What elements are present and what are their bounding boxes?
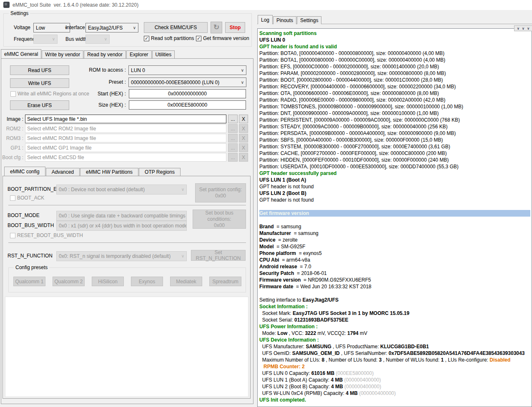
boot-ack-checkbox[interactable]: ✓ BOOT_ACK <box>10 195 44 201</box>
log-line: Partition: BOOT, [000002800000 - 0000044… <box>259 77 532 83</box>
browse-button[interactable]: ... <box>228 124 238 133</box>
preset-button-qualcomm-1[interactable]: Qualcomm 1 <box>13 277 45 286</box>
interface-value: EasyJtag2/UFS <box>88 25 123 31</box>
tab-explorer[interactable]: Explorer <box>126 50 152 58</box>
log-line: Brand = samsung <box>259 223 532 230</box>
file-path-input[interactable] <box>25 124 226 133</box>
tab-otp-regions[interactable]: OTP Regions <box>139 168 181 176</box>
size-hex-input[interactable] <box>129 100 246 110</box>
panel-collapse-handle[interactable]: ∨ ∨ ∨ <box>514 25 532 31</box>
log-line: Security Patch = 2018-06-01 <box>259 270 532 277</box>
browse-button[interactable]: ... <box>228 115 238 123</box>
log-tab-strip: LogPinoutsSettings <box>258 15 322 24</box>
tab-settings[interactable]: Settings <box>297 16 321 24</box>
file-path-input[interactable] <box>25 153 226 162</box>
rom-to-access-label: ROM to access : <box>71 67 126 73</box>
set-partition-config-button[interactable]: Set partition config: 0x00 <box>195 183 246 202</box>
log-line: Manufacturer = samsung <box>259 230 532 237</box>
browse-button[interactable]: ... <box>228 153 238 162</box>
tab-emmc-hw-partitions[interactable]: eMMC HW Partitions <box>80 168 138 176</box>
tab-advanced[interactable]: Advanced <box>46 168 80 176</box>
tab-pinouts[interactable]: Pinouts <box>273 16 296 24</box>
clear-button[interactable]: X <box>239 124 248 133</box>
rst-n-function-label: RST_N_FUNCTION <box>8 253 53 259</box>
log-line: Partition: PARAM, [000002000000 - 000002… <box>259 70 532 77</box>
log-line: UFS LUN 1 (Boot A) Capacity: 4 MB (00000… <box>259 377 532 383</box>
erase-ufs-button[interactable]: Erase UFS <box>10 100 69 110</box>
set-boot-bus-button[interactable]: Set boot bus conditions: 0x00 <box>193 210 246 229</box>
log-output[interactable]: Scanning soft partitionsUFS LUN 0GPT hea… <box>257 28 532 407</box>
file-path-input[interactable] <box>25 134 226 142</box>
preset-button-mediatek[interactable]: Mediatek <box>170 277 202 286</box>
boot-partition-en-select[interactable]: 0x0 : Device not boot enabled (default) … <box>56 185 187 195</box>
stop-button[interactable]: Stop <box>225 22 245 33</box>
log-line: Socket Serial: 01231693BADF5375EE <box>259 317 532 323</box>
log-line: UFS Manufacturer: SAMSUNG , UFS ProductN… <box>259 343 532 350</box>
check-emmc-button-label: Check EMMC/UFS <box>155 25 197 30</box>
checkbox-empty: ✓ <box>10 91 16 97</box>
log-line: Partition: CACHE, [0000F2700000 - 0000FE… <box>259 150 532 157</box>
rom-to-access-select[interactable]: LUN 0 ∨ <box>128 65 246 75</box>
clear-button[interactable]: X <box>239 143 248 152</box>
boot-mode-select[interactable]: 0x0 : Use single data rate + backward co… <box>56 211 187 221</box>
chevron-down-icon: ∨ <box>181 254 184 258</box>
file-path-input[interactable] <box>25 143 226 152</box>
tab-log[interactable]: Log <box>258 15 273 24</box>
write-ufs-button-label: Write UFS <box>28 80 51 86</box>
log-line: Socket Mark: EasyJTAG UFS Socket 3 in 1 … <box>259 310 532 317</box>
log-line: Partition: DNT, [000009900000 - 000009A0… <box>259 110 532 117</box>
preset-select[interactable]: 000000000000-000EE5800000 (LUN 0) ∨ <box>128 77 246 87</box>
check-emmc-button[interactable]: Check EMMC/UFS <box>144 22 208 33</box>
log-line: UFS LUN 1 (Boot A) <box>259 177 532 183</box>
preset-button-hisilicon[interactable]: HiSilicon <box>92 277 124 286</box>
boot-bus-width-select[interactable]: 0x0 : x1 (sdr) or x4 (ddr) bus width in … <box>56 221 187 231</box>
voltage-value: Low <box>36 25 45 31</box>
tab-utilities[interactable]: Utilities <box>152 50 175 58</box>
log-line: Partition: HIDDEN, [0000FEF00000 - 00010… <box>259 157 532 163</box>
log-line: Partition: OTA, [000006600000 - 000006E0… <box>259 90 532 97</box>
tab-emmc-config[interactable]: eMMC config <box>4 167 45 176</box>
start-hex-input[interactable] <box>129 89 246 98</box>
read-soft-partitions-checkbox[interactable]: ✓ Read soft partitions <box>144 35 194 41</box>
separator <box>8 242 246 243</box>
file-path-input[interactable] <box>25 115 226 123</box>
tab-read-by-vendor[interactable]: Read by vendor <box>84 50 126 58</box>
log-line: UFS OemID: SAMSUNG_OEM_ID , UFS SerialNu… <box>259 350 532 357</box>
interface-label: Interface <box>65 25 85 30</box>
tab-emmc-general[interactable]: eMMC General <box>1 49 41 58</box>
start-hex-label: Start (HEX) : <box>71 91 126 97</box>
clear-button[interactable]: X <box>239 115 248 123</box>
log-line: UFS Device Information : <box>259 337 532 343</box>
tab-write-by-vendor[interactable]: Write by vendor <box>42 50 83 58</box>
browse-button[interactable]: ... <box>228 134 238 142</box>
reset-boot-bus-width-checkbox[interactable]: ✓ RESET_BOOT_BUS_WIDTH <box>10 232 83 238</box>
browse-button[interactable]: ... <box>228 143 238 152</box>
preset-button-exynos[interactable]: Exynos <box>131 277 163 286</box>
clear-button[interactable]: X <box>239 153 248 162</box>
clear-button[interactable]: X <box>239 134 248 142</box>
frequence-select[interactable]: ∨ <box>33 35 58 44</box>
log-line: Partition: USERDATA, [00010DF00000 - 000… <box>259 163 532 170</box>
set-rst-n-function-button[interactable]: Set RST_N_FUNCTION <box>191 250 246 261</box>
voltage-select[interactable]: Low ∨ <box>33 23 70 32</box>
erase-ufs-button-label: Erase UFS <box>28 102 52 108</box>
log-line: Phone platform = exynos5 <box>259 250 532 257</box>
checkmark-icon: ✓ <box>196 36 201 41</box>
log-line: Scanning soft partitions <box>259 30 532 37</box>
file-row-label: GP1 : <box>2 145 23 151</box>
interface-select[interactable]: EasyJtag2/UFS ∨ <box>85 23 138 32</box>
read-ufs-button[interactable]: Read UFS <box>10 65 69 75</box>
log-line: Setting interface to EasyJtag2/UFS <box>259 297 532 303</box>
write-ufs-button[interactable]: Write UFS <box>10 78 69 88</box>
log-line: Partition: RADIO, [000006E00000 - 000009… <box>259 97 532 103</box>
preset-button-spreadtrum[interactable]: Spreadtrum <box>209 277 241 286</box>
config-tab-strip: eMMC configAdvancedeMMC HW PartitionsOTP… <box>4 166 181 176</box>
log-line: Android release = 7.0 <box>259 263 532 270</box>
bus-width-select[interactable]: ∨ <box>85 35 110 44</box>
log-line: GPT header is not found <box>259 183 532 190</box>
log-line: Partition: SYSTEM, [00000B300000 - 0000F… <box>259 143 532 150</box>
refresh-button[interactable]: ↻ <box>211 22 222 33</box>
rst-n-function-select[interactable]: 0x0: RST_n signal is temporarily disable… <box>56 251 187 261</box>
preset-button-qualcomm-2[interactable]: Qualcomm 2 <box>53 277 85 286</box>
get-firmware-version-checkbox[interactable]: ✓ Get firmware version <box>196 35 249 41</box>
